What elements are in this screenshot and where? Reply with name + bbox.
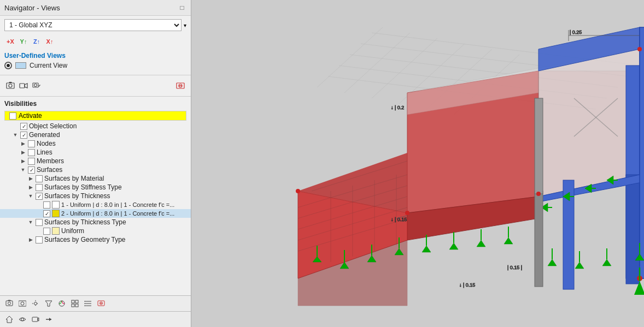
x-axis-button[interactable]: +X bbox=[4, 35, 16, 47]
activate-checkbox[interactable] bbox=[9, 112, 16, 120]
cb-members[interactable] bbox=[28, 158, 35, 165]
add-view-button[interactable] bbox=[4, 80, 16, 92]
arrow-surfaces-thickness: ▼ bbox=[27, 193, 34, 199]
coord-dropdown-row: 1 - Global XYZ 2 - Local 3 - Custom ▾ bbox=[4, 19, 186, 31]
svg-point-14 bbox=[21, 302, 24, 305]
arrow-thickness-type: ▼ bbox=[27, 219, 34, 225]
panel-title: Navigator - Views bbox=[4, 4, 60, 12]
svg-point-27 bbox=[85, 305, 86, 306]
divider-2 bbox=[0, 96, 191, 97]
cb-uniform[interactable] bbox=[43, 228, 50, 235]
toolbar-group-left bbox=[4, 80, 43, 92]
tree-item-surfaces-by-material[interactable]: ▶ Surfaces by Material bbox=[0, 174, 191, 183]
label-generated: Generated bbox=[29, 131, 60, 139]
bt-add-button[interactable] bbox=[3, 298, 15, 310]
delete-view-button[interactable] bbox=[174, 80, 186, 92]
tree-item-thickness-2[interactable]: 2 - Uniform | d : 8.0 in | 1 - Concrete … bbox=[0, 209, 191, 218]
arrow-surfaces-stiffness: ▶ bbox=[27, 185, 34, 190]
structure-svg: | 0.25 ↓ | 0.2 ↓ | 0.15 ↓ | 0.15 | 0.15 … bbox=[191, 0, 644, 327]
cb-nodes[interactable] bbox=[28, 140, 35, 147]
current-view-label: Current View bbox=[30, 62, 67, 69]
visibilities-header: Visibilities bbox=[0, 99, 191, 110]
y-axis-button[interactable]: Y↑ bbox=[17, 35, 30, 47]
tree-item-generated[interactable]: ▼ Generated bbox=[0, 130, 191, 139]
svg-text:↓ | 0.15: ↓ | 0.15 bbox=[459, 282, 475, 288]
svg-point-121 bbox=[637, 47, 642, 51]
svg-marker-16 bbox=[45, 301, 52, 306]
bt-filter-button[interactable] bbox=[43, 298, 55, 310]
cb-thickness-type[interactable] bbox=[36, 219, 43, 226]
bt-eye-button[interactable] bbox=[16, 313, 28, 325]
cb-geometry[interactable] bbox=[36, 236, 43, 243]
viewport-3d[interactable]: | 0.25 ↓ | 0.2 ↓ | 0.15 ↓ | 0.15 | 0.15 … bbox=[191, 0, 644, 327]
current-view-row[interactable]: Current View bbox=[0, 61, 191, 73]
svg-marker-31 bbox=[6, 316, 13, 323]
bt-grid-button[interactable] bbox=[69, 298, 81, 310]
cb-surfaces-material[interactable] bbox=[36, 175, 43, 182]
cb-thickness-2[interactable] bbox=[43, 210, 50, 217]
svg-text:| 0.15 |: | 0.15 | bbox=[507, 265, 522, 270]
label-surfaces: Surfaces bbox=[37, 166, 62, 174]
tree-item-surfaces-thickness-type[interactable]: ▼ Surfaces by Thickness Type bbox=[0, 218, 191, 227]
tree-item-lines[interactable]: ▶ Lines bbox=[0, 148, 191, 157]
bt-list-button[interactable] bbox=[82, 298, 94, 310]
tree-item-object-selection[interactable]: Object Selection bbox=[0, 122, 191, 130]
tree-item-surfaces-by-stiffness[interactable]: ▶ Surfaces by Stiffness Type bbox=[0, 183, 191, 192]
bt-camera-button[interactable] bbox=[16, 298, 28, 310]
label-surfaces-material: Surfaces by Material bbox=[44, 175, 104, 182]
tree-item-members[interactable]: ▶ Members bbox=[0, 157, 191, 165]
label-surfaces-stiffness: Surfaces by Stiffness Type bbox=[44, 183, 122, 191]
svg-rect-116 bbox=[535, 98, 543, 194]
chevron-down-icon: ▾ bbox=[184, 22, 186, 28]
label-thickness-1: 1 - Uniform | d : 8.0 in | 1 - Concrete … bbox=[61, 201, 174, 208]
bt-color-button[interactable] bbox=[56, 298, 68, 310]
user-defined-views-label: User-Defined Views bbox=[0, 50, 191, 61]
coord-system-select[interactable]: 1 - Global XYZ 2 - Local 3 - Custom bbox=[4, 19, 182, 31]
edit-view-button[interactable] bbox=[31, 80, 43, 92]
cb-surfaces[interactable] bbox=[28, 167, 35, 174]
tree-item-surfaces[interactable]: ▼ Surfaces bbox=[0, 165, 191, 174]
cb-surfaces-thickness[interactable] bbox=[36, 193, 43, 200]
close-button[interactable]: □ bbox=[178, 3, 186, 12]
arrow-geometry: ▶ bbox=[27, 237, 34, 242]
z-axis-button[interactable]: Z↑ bbox=[31, 35, 43, 47]
svg-marker-12 bbox=[8, 300, 11, 301]
svg-text:| 0.25: | 0.25 bbox=[570, 29, 582, 35]
svg-rect-57 bbox=[626, 175, 640, 284]
svg-point-26 bbox=[85, 303, 86, 304]
svg-point-119 bbox=[536, 192, 541, 196]
bt-arrow-button[interactable] bbox=[43, 313, 55, 325]
tree-item-surfaces-geometry[interactable]: ▶ Surfaces by Geometry Type bbox=[0, 235, 191, 244]
video-button[interactable] bbox=[17, 80, 30, 92]
bt-home-button[interactable] bbox=[3, 313, 15, 325]
tree-item-surfaces-by-thickness[interactable]: ▼ Surfaces by Thickness bbox=[0, 192, 191, 200]
cb-thickness-1[interactable] bbox=[43, 201, 50, 209]
label-thickness-type: Surfaces by Thickness Type bbox=[44, 218, 126, 226]
svg-marker-36 bbox=[49, 318, 51, 321]
cb-lines[interactable] bbox=[28, 149, 35, 156]
current-view-radio[interactable] bbox=[4, 62, 12, 69]
cb-object-selection[interactable] bbox=[20, 123, 27, 130]
delete-icon bbox=[176, 81, 185, 90]
svg-text:↓ | 0.2: ↓ | 0.2 bbox=[391, 105, 404, 110]
activate-button[interactable]: Activate bbox=[4, 111, 186, 121]
label-thickness-2: 2 - Uniform | d : 8.0 in | 1 - Concrete … bbox=[61, 210, 174, 217]
cb-generated[interactable] bbox=[20, 132, 27, 139]
x-neg-axis-button[interactable]: X↑ bbox=[44, 35, 56, 47]
arrow-nodes: ▶ bbox=[20, 141, 26, 146]
label-lines: Lines bbox=[37, 148, 52, 156]
panel-toolbar bbox=[0, 78, 191, 94]
svg-rect-20 bbox=[72, 304, 74, 307]
bt-settings-button[interactable] bbox=[30, 298, 42, 310]
camera-edit-icon bbox=[32, 81, 41, 90]
svg-marker-34 bbox=[38, 318, 39, 321]
tree-item-thickness-1[interactable]: 1 - Uniform | d : 8.0 in | 1 - Concrete … bbox=[0, 200, 191, 209]
bt-export-button[interactable] bbox=[95, 298, 107, 310]
view-swatch bbox=[15, 62, 26, 69]
tree-item-uniform[interactable]: Uniform bbox=[0, 227, 191, 235]
bt-camera3-button[interactable] bbox=[30, 313, 42, 325]
svg-rect-3 bbox=[20, 84, 25, 88]
axis-toolbar: +X Y↑ Z↑ X↑ bbox=[0, 34, 191, 49]
cb-surfaces-stiffness[interactable] bbox=[36, 184, 43, 191]
tree-item-nodes[interactable]: ▶ Nodes bbox=[0, 139, 191, 148]
